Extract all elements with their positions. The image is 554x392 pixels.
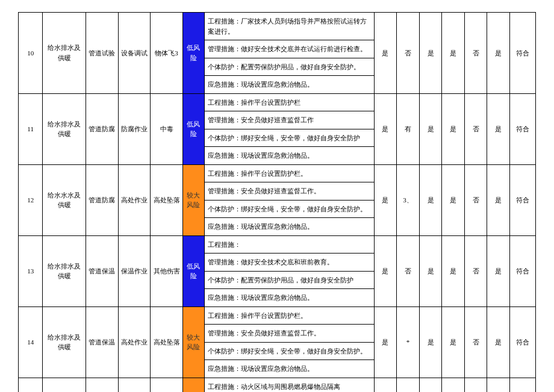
subcategory-cell: 管道试验 <box>86 13 118 94</box>
row-index: 12 <box>19 164 43 235</box>
hazard-cell: 火灾 <box>151 378 183 392</box>
row-index: 11 <box>19 93 43 164</box>
measure-cell: 工程措施：操作平台设置防护栏 <box>204 93 374 111</box>
hazard-cell: 物体飞3 <box>151 13 183 94</box>
row-index: 10 <box>19 13 43 94</box>
measure-cell: 管理措施：安全员做好巡查监督工作。 <box>204 325 374 343</box>
status-cell: 是 <box>442 306 465 378</box>
status-cell: 是 <box>374 235 397 306</box>
table-row: 10给水排水及供暖管道试验设备调试物体飞3低风险工程措施：厂家技术人员到场指导并… <box>19 13 536 40</box>
status-cell: 是 <box>442 93 465 164</box>
activity-cell: 防腐作业 <box>118 93 151 164</box>
status-cell: 是 <box>487 164 510 235</box>
measure-cell: 工程措施：厂家技术人员到场指导并严格按照试运转方案进行。 <box>204 13 374 40</box>
measure-cell: 应急措施：现场设置应急救治物品。 <box>204 147 374 165</box>
risk-level-cell: 较大风险 <box>182 378 204 392</box>
table-row: 15给水排水及供暖动火作业切割、焊接作业火灾较大风险工程措施：动火区域与周围易燃… <box>19 378 536 392</box>
category-cell: 给水排水及供暖 <box>43 378 86 392</box>
activity-cell: 高处作业 <box>118 164 151 235</box>
status-cell: 是 <box>419 93 442 164</box>
row-index: 15 <box>19 378 43 392</box>
hazard-cell: 高处坠落 <box>151 306 183 378</box>
category-cell: 给水排水及供暖 <box>43 93 86 164</box>
status-cell: 3、 <box>397 164 420 235</box>
activity-cell: 保温作业 <box>118 235 151 306</box>
measure-cell: 应急措施：现场设置应急救治物品。 <box>204 360 374 378</box>
subcategory-cell: 动火作业 <box>86 378 118 392</box>
subcategory-cell: 管道保温 <box>86 235 118 306</box>
status-cell: 是 <box>487 235 510 306</box>
category-cell: 给水水水及供暖 <box>43 164 86 235</box>
status-cell: 否 <box>464 13 487 94</box>
status-cell: 是 <box>374 93 397 164</box>
status-cell: 是 <box>487 306 510 378</box>
measure-cell: 个体防护：绑好安全绳，安全带，做好自身安全防护 <box>204 129 374 147</box>
status-cell: 是 <box>442 235 465 306</box>
risk-assessment-table: 10给水排水及供暖管道试验设备调试物体飞3低风险工程措施：厂家技术人员到场指导并… <box>18 12 536 392</box>
status-cell: 有 <box>397 93 420 164</box>
measure-cell: 管理措施：安全员做好巡查监督工作。 <box>204 182 374 201</box>
status-cell: 是 <box>487 378 510 392</box>
status-cell: 否 <box>397 235 420 306</box>
status-cell: 否 <box>397 378 420 392</box>
hazard-cell: 其他伤害 <box>151 235 183 306</box>
activity-cell: 设备调试 <box>118 13 151 94</box>
measure-cell: 管理措施：做好安全技术交底并在试运行前进行检查。 <box>204 40 374 58</box>
status-cell: 是 <box>419 164 442 235</box>
table-row: 11给水排水及供暖管道防腐防腐作业中毒低风险工程措施：操作平台设置防护栏是有是是… <box>19 93 536 111</box>
status-cell: 否 <box>397 13 420 94</box>
status-cell: 符合 <box>509 235 535 306</box>
status-cell: 否 <box>464 378 487 392</box>
row-index: 14 <box>19 306 43 378</box>
status-cell: 否 <box>464 93 487 164</box>
subcategory-cell: 管道防腐 <box>86 164 118 235</box>
risk-level-cell: 较大风险 <box>182 164 204 235</box>
measure-cell: 工程措施：操作平台设置防护栏。 <box>204 306 374 325</box>
status-cell: 符合 <box>509 13 535 94</box>
category-cell: 给水排水及供暖 <box>43 306 86 378</box>
measure-cell: 应急措施：现场设置应急救治物品。 <box>204 76 374 94</box>
status-cell: 是 <box>442 164 465 235</box>
hazard-cell: 高处坠落 <box>151 164 183 235</box>
status-cell: 是 <box>419 306 442 378</box>
status-cell: 是 <box>442 13 465 94</box>
hazard-cell: 中毒 <box>151 93 183 164</box>
measure-cell: 管理措施：做好安全技术交底和班前教育。 <box>204 254 374 272</box>
measure-cell: 个体防护：配置劳保防护用品，做好自身安全防护 <box>204 271 374 289</box>
activity-cell: 高处作业 <box>118 306 151 378</box>
table-row: 12给水水水及供暖管道防腐高处作业高处坠落较大风险工程措施：操作平台设置防护栏。… <box>19 164 536 182</box>
status-cell: 否 <box>464 306 487 378</box>
risk-level-cell: 较大风险 <box>182 306 204 378</box>
measure-cell: 应急措施：现场设置应急救治物品。 <box>204 218 374 236</box>
table-row: 13给水排水及供暖管道保温保温作业其他伤害低风险工程措施：是否是是否是符合 <box>19 235 536 254</box>
table-row: 14给水排水及供暖管道保温高处作业高处坠落较大风险工程措施：操作平台设置防护栏。… <box>19 306 536 325</box>
measure-cell: 工程措施：动火区域与周围易燃易爆物品隔离 <box>204 378 374 392</box>
category-cell: 给水排水及供暖 <box>43 235 86 306</box>
activity-cell: 切割、焊接作业 <box>118 378 151 392</box>
status-cell: 是 <box>419 378 442 392</box>
measure-cell: 工程措施：操作平台设置防护栏。 <box>204 164 374 182</box>
status-cell: 否 <box>464 235 487 306</box>
status-cell: 是 <box>374 13 397 94</box>
measure-cell: 个体防护：绑好安全绳，安全带，做好自身安全防护。 <box>204 342 374 360</box>
risk-level-cell: 低风险 <box>182 93 204 164</box>
status-cell: 是 <box>487 93 510 164</box>
risk-level-cell: 低风险 <box>182 235 204 306</box>
status-cell: 是 <box>419 235 442 306</box>
measure-cell: 个体防护：配置劳保防护用品，做好自身安全防护。 <box>204 58 374 76</box>
status-cell: 符合 <box>509 93 535 164</box>
status-cell: 是 <box>442 378 465 392</box>
status-cell: 符合 <box>509 378 535 392</box>
status-cell: 符合 <box>509 164 535 235</box>
status-cell: 是 <box>419 13 442 94</box>
risk-level-cell: 低风险 <box>182 13 204 94</box>
status-cell: 是 <box>374 306 397 378</box>
status-cell: 是 <box>374 164 397 235</box>
status-cell: 是 <box>487 13 510 94</box>
status-cell: * <box>397 306 420 378</box>
subcategory-cell: 管道保温 <box>86 306 118 378</box>
measure-cell: 管理措施：安全员做好巡查监督工作 <box>204 111 374 129</box>
measure-cell: 工程措施： <box>204 235 374 254</box>
category-cell: 给水排水及供暖 <box>43 13 86 94</box>
status-cell: 否 <box>464 164 487 235</box>
